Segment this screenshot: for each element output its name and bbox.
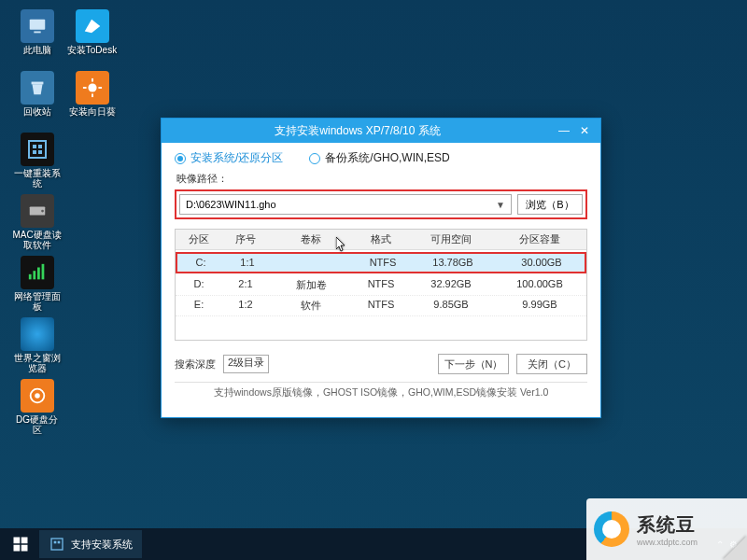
- radio-install[interactable]: 安装系统/还原分区: [175, 150, 283, 166]
- path-label: 映像路径：: [176, 172, 587, 186]
- watermark: 系统豆 www.xtdptc.com: [586, 498, 747, 560]
- col-format: 格式: [353, 230, 409, 249]
- cell-free: 32.92GB: [409, 275, 493, 295]
- svg-rect-4: [92, 78, 93, 82]
- window-body: 安装系统/还原分区 备份系统/GHO,WIN,ESD 映像路径： D:\0623…: [162, 143, 600, 405]
- svg-rect-22: [21, 538, 28, 544]
- svg-rect-21: [14, 538, 21, 544]
- taskbar-item-installer[interactable]: 支持安装系统: [39, 530, 142, 558]
- radio-icon: [175, 153, 186, 164]
- desktop-icon-label: 安装向日葵: [69, 106, 116, 117]
- cell-drive: C:: [177, 254, 224, 271]
- desktop-icon-macdisk[interactable]: MAC硬盘读取软件: [11, 192, 63, 250]
- cell-volume: 软件: [269, 296, 353, 315]
- globe-icon: [21, 317, 54, 351]
- desktop-icon-reinstall[interactable]: 一键重装系统: [11, 131, 63, 189]
- svg-rect-25: [51, 539, 63, 550]
- cell-free: 9.85GB: [409, 296, 493, 315]
- cell-index: 1:2: [222, 296, 269, 315]
- radio-label: 备份系统/GHO,WIN,ESD: [325, 150, 449, 166]
- radio-icon: [309, 153, 320, 164]
- svg-rect-15: [28, 274, 31, 280]
- reinstall-icon: [21, 133, 54, 166]
- cell-format: NTFS: [353, 275, 409, 295]
- cell-drive: D:: [176, 275, 222, 295]
- svg-point-3: [88, 83, 96, 91]
- cell-volume: 新加卷: [269, 275, 353, 295]
- desktop-icon-dg[interactable]: DG硬盘分区: [11, 377, 63, 435]
- todesk-icon: [76, 9, 109, 43]
- mode-radio-row: 安装系统/还原分区 备份系统/GHO,WIN,ESD: [175, 150, 587, 166]
- partition-table: 分区 序号 卷标 格式 可用空间 分区容量 C: 1:1 NTFS 13.: [175, 229, 587, 341]
- col-drive: 分区: [176, 230, 222, 249]
- svg-rect-12: [38, 150, 42, 154]
- table-row[interactable]: E: 1:2 软件 NTFS 9.85GB 9.99GB: [176, 296, 586, 316]
- cell-index: 1:1: [224, 254, 271, 271]
- cell-drive: E:: [176, 296, 222, 315]
- col-capacity: 分区容量: [493, 230, 586, 249]
- desktop-icon-netmgr[interactable]: 网络管理面板: [11, 254, 63, 312]
- svg-rect-24: [21, 545, 28, 552]
- svg-rect-8: [29, 141, 46, 158]
- close-button[interactable]: ✕: [574, 122, 595, 139]
- svg-rect-18: [41, 264, 44, 280]
- svg-rect-17: [37, 268, 40, 280]
- svg-rect-0: [29, 20, 45, 30]
- desktop-icon-recycle[interactable]: 回收站: [11, 69, 63, 127]
- partition-icon: [21, 379, 54, 413]
- radio-label: 安装系统/还原分区: [190, 150, 283, 166]
- app-icon: [49, 536, 65, 553]
- desktop-icon-computer[interactable]: 此电脑: [11, 7, 63, 65]
- svg-rect-11: [33, 150, 36, 154]
- table-body: C: 1:1 NTFS 13.78GB 30.00GB D: 2:1 新加卷 N…: [176, 250, 586, 316]
- path-value: D:\0623\WIN11.gho: [186, 199, 276, 210]
- desktop-icon-browser[interactable]: 世界之窗浏览器: [11, 315, 63, 373]
- window-footer: 支持windows原版镜像，GHOST ISO镜像，GHO,WIM,ESD镜像安…: [175, 382, 587, 399]
- desktop-icon-label: 网络管理面板: [12, 291, 63, 312]
- depth-value: 2级目录: [228, 357, 264, 368]
- svg-rect-26: [54, 541, 57, 544]
- desktop-icon-todesk[interactable]: 安装ToDesk: [66, 7, 118, 65]
- svg-rect-7: [98, 87, 102, 89]
- svg-rect-27: [58, 541, 61, 544]
- bottom-controls: 搜索深度 2级目录 下一步（N） 关闭（C）: [175, 354, 587, 374]
- cell-capacity: 100.00GB: [493, 275, 586, 295]
- svg-rect-1: [34, 32, 40, 34]
- close-window-button[interactable]: 关闭（C）: [516, 354, 587, 374]
- titlebar[interactable]: 支持安装windows XP/7/8/10 系统 — ✕: [162, 119, 600, 143]
- start-button[interactable]: [4, 530, 37, 558]
- svg-rect-9: [33, 145, 36, 148]
- browse-button[interactable]: 浏览（B）: [517, 194, 583, 215]
- desktop-icons-grid: 此电脑 安装ToDesk 回收站 安装向日葵 一键重装系统 MAC硬盘读取软件 …: [11, 7, 118, 435]
- table-row[interactable]: C: 1:1 NTFS 13.78GB 30.00GB: [177, 254, 585, 272]
- svg-rect-10: [38, 145, 42, 148]
- image-path-combobox[interactable]: D:\0623\WIN11.gho ▼: [179, 194, 512, 215]
- desktop-icon-label: 世界之窗浏览器: [12, 353, 63, 373]
- brand-name: 系统豆: [637, 512, 698, 538]
- radio-backup[interactable]: 备份系统/GHO,WIN,ESD: [309, 150, 449, 166]
- computer-icon: [21, 9, 54, 43]
- chevron-down-icon: ▼: [496, 200, 505, 210]
- search-depth-select[interactable]: 2级目录: [223, 355, 269, 373]
- cell-format: NTFS: [353, 296, 409, 315]
- desktop-icon-sunflower[interactable]: 安装向日葵: [66, 69, 118, 127]
- minimize-button[interactable]: —: [554, 122, 574, 139]
- cell-format: NTFS: [355, 254, 411, 271]
- svg-point-20: [35, 393, 40, 399]
- desktop: 此电脑 安装ToDesk 回收站 安装向日葵 一键重装系统 MAC硬盘读取软件 …: [0, 0, 747, 560]
- desktop-icon-label: MAC硬盘读取软件: [12, 230, 63, 250]
- desktop-icon-label: 回收站: [23, 106, 51, 117]
- desktop-icon-label: 一键重装系统: [12, 168, 63, 189]
- cell-volume: [271, 254, 355, 271]
- svg-rect-23: [14, 545, 21, 552]
- desktop-icon-label: 安装ToDesk: [67, 45, 117, 55]
- path-highlight: D:\0623\WIN11.gho ▼ 浏览（B）: [175, 189, 587, 219]
- page-curl-icon: [723, 536, 747, 560]
- next-button[interactable]: 下一步（N）: [438, 354, 509, 374]
- svg-point-14: [41, 210, 44, 213]
- network-icon: [21, 256, 54, 289]
- table-row[interactable]: D: 2:1 新加卷 NTFS 32.92GB 100.00GB: [176, 275, 586, 296]
- brand-url: www.xtdptc.com: [637, 538, 698, 547]
- cell-capacity: 30.00GB: [495, 254, 586, 271]
- window-title: 支持安装windows XP/7/8/10 系统: [162, 123, 554, 139]
